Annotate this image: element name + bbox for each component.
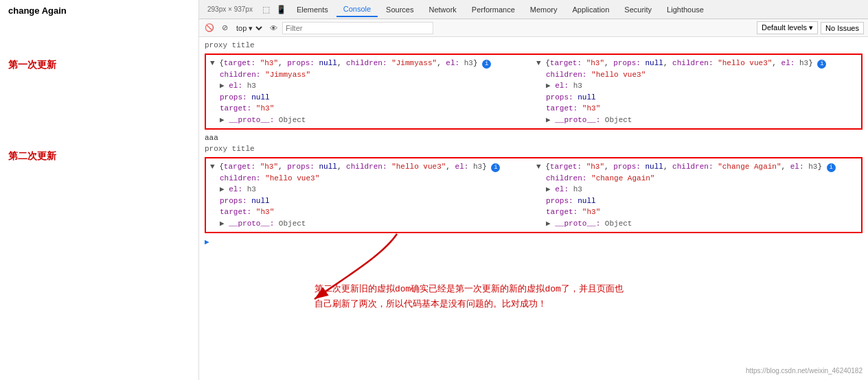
second-left-el: ▶ el: h3: [210, 184, 531, 195]
first-right-el: ▶ el: h3: [536, 80, 857, 92]
first-left-props: props: null: [210, 92, 531, 104]
annotation-text: 第二次更新旧的虚拟dom确实已经是第一次更新的新的虚拟dom了，并且页面也 自己…: [315, 282, 624, 312]
console-content: proxy title ▼ {target: "h3", props: null…: [199, 37, 868, 380]
aaa-line: aaa: [199, 132, 868, 143]
first-right-summary[interactable]: ▼ {target: "h3", props: null, children: …: [536, 58, 857, 69]
second-left-props: props: null: [210, 195, 531, 207]
page-dimensions: 293px × 937px: [202, 5, 258, 13]
first-group-right: ▼ {target: "h3", props: null, children: …: [536, 58, 857, 126]
left-panel: change Again 第一次更新 第二次更新: [0, 0, 199, 380]
tab-sources[interactable]: Sources: [379, 3, 420, 16]
tab-console[interactable]: Console: [336, 2, 378, 17]
first-right-target: target: "h3": [536, 103, 857, 115]
second-left-target: target: "h3": [210, 206, 531, 218]
first-update-label-display: 第一次更新: [8, 59, 190, 71]
no-issues-button[interactable]: No Issues: [821, 22, 864, 34]
devtools-toolbar: 🚫 ⊘ top ▾ 👁 Default levels ▾ No Issues: [199, 19, 868, 37]
second-right-el: ▶ el: h3: [536, 184, 857, 195]
first-left-el: ▶ el: h3: [210, 80, 531, 92]
first-right-proto[interactable]: ▶ __proto__: Object: [536, 115, 857, 126]
device-icon[interactable]: 📱: [275, 3, 288, 16]
tab-elements[interactable]: Elements: [290, 3, 335, 16]
first-console-group: ▼ {target: "h3", props: null, children: …: [205, 54, 863, 130]
inspect-icon[interactable]: ⬚: [260, 3, 273, 16]
second-console-group: ▼ {target: "h3", props: null, children: …: [205, 157, 863, 233]
filter-input[interactable]: [282, 22, 433, 34]
devtools-panel: 293px × 937px ⬚ 📱 Elements Console Sourc…: [199, 0, 868, 380]
second-right-children: children: "change Again": [536, 173, 857, 185]
annotation-line2: 自己刷新了两次，所以代码基本是没有问题的。比对成功！: [315, 297, 624, 312]
tab-application[interactable]: Application: [566, 3, 617, 16]
pause-icon[interactable]: ⊘: [218, 22, 231, 34]
tab-network[interactable]: Network: [422, 3, 463, 16]
second-right-target: target: "h3": [536, 206, 857, 218]
second-right-summary[interactable]: ▼ {target: "h3", props: null, children: …: [536, 161, 857, 173]
annotation-line1: 第二次更新旧的虚拟dom确实已经是第一次更新的新的虚拟dom了，并且页面也: [315, 282, 624, 297]
tab-performance[interactable]: Performance: [465, 3, 522, 16]
first-left-proto[interactable]: ▶ __proto__: Object: [210, 115, 531, 126]
default-levels-button[interactable]: Default levels ▾: [757, 21, 818, 34]
first-right-children: children: "hello vue3": [536, 69, 857, 81]
second-left-summary[interactable]: ▼ {target: "h3", props: null, children: …: [210, 161, 531, 173]
first-left-summary[interactable]: ▼ {target: "h3", props: null, children: …: [210, 58, 531, 69]
second-group-right: ▼ {target: "h3", props: null, children: …: [536, 161, 857, 229]
second-update-label-display: 第二次更新: [8, 150, 190, 163]
proxy-title-1: proxy title: [199, 40, 868, 51]
second-right-proto[interactable]: ▶ __proto__: Object: [536, 218, 857, 230]
page-title-display: change Again: [8, 5, 190, 16]
second-left-children: children: "hello vue3": [210, 173, 531, 185]
proxy-title-2: proxy title: [199, 143, 868, 154]
context-select[interactable]: top ▾: [233, 23, 264, 33]
second-right-props: props: null: [536, 195, 857, 207]
first-left-target: target: "h3": [210, 103, 531, 115]
footer-link: https://blog.csdn.net/weixin_46240182: [746, 367, 863, 375]
first-left-children: children: "Jimmyass": [210, 69, 531, 81]
tab-security[interactable]: Security: [617, 3, 659, 16]
first-right-props: props: null: [536, 92, 857, 104]
tab-memory[interactable]: Memory: [523, 3, 564, 16]
devtools-topbar: 293px × 937px ⬚ 📱 Elements Console Sourc…: [199, 0, 868, 19]
annotation-area: 第二次更新旧的虚拟dom确实已经是第一次更新的新的虚拟dom了，并且页面也 自己…: [205, 248, 868, 337]
second-group-left: ▼ {target: "h3", props: null, children: …: [210, 161, 531, 229]
eye-icon[interactable]: 👁: [267, 22, 279, 34]
clear-console-icon[interactable]: 🚫: [203, 22, 216, 34]
tab-lighthouse[interactable]: Lighthouse: [660, 3, 711, 16]
first-group-left: ▼ {target: "h3", props: null, children: …: [210, 58, 531, 126]
